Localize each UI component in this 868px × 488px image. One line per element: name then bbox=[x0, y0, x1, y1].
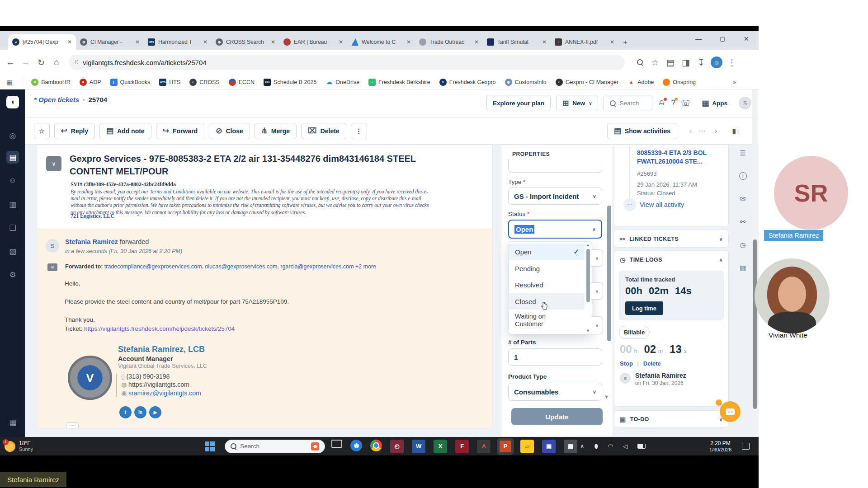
panel-scroll-down-icon[interactable]: ▼ bbox=[604, 394, 609, 399]
bookmark[interactable]: ECCN bbox=[229, 79, 255, 86]
extension-icon[interactable]: ◨ bbox=[678, 57, 693, 68]
sidebar-reports-icon[interactable]: ▧ bbox=[6, 245, 19, 258]
tab-close-icon[interactable]: ✕ bbox=[474, 39, 479, 45]
word-app-icon[interactable]: W bbox=[412, 440, 425, 453]
acrobat-app-icon[interactable]: A bbox=[477, 440, 491, 453]
quoted-text-expander[interactable]: ⋯ bbox=[66, 422, 79, 429]
sidebar-admin-icon[interactable]: ⚙ bbox=[6, 268, 19, 281]
merge-button[interactable]: ⋔Merge bbox=[255, 123, 297, 139]
new-tab-button[interactable]: + bbox=[618, 38, 632, 47]
sidebar-apps-grid-icon[interactable]: ▦ bbox=[6, 416, 19, 428]
home-icon[interactable]: ⌂ bbox=[49, 57, 64, 67]
wifi-icon[interactable]: ◠ bbox=[608, 443, 613, 450]
sender-name[interactable]: Stefania Ramirez bbox=[65, 238, 118, 245]
clock-app-icon[interactable]: ◴ bbox=[390, 440, 404, 453]
log-time-button[interactable]: Log time bbox=[625, 301, 663, 315]
bookmark[interactable]: ◖Freshdesk Berkshire bbox=[368, 79, 430, 86]
add-note-button[interactable]: ▤Add note bbox=[99, 123, 151, 139]
address-bar[interactable]: ⁞⁚ vigilantgts.freshdesk.com/a/tickets/2… bbox=[69, 55, 625, 70]
tab-close-icon[interactable]: ✕ bbox=[203, 39, 208, 45]
ticket-url-link[interactable]: https://vigilantgts.freshdesk.com/helpde… bbox=[84, 325, 235, 332]
prev-ticket-icon[interactable]: ‹ bbox=[689, 127, 692, 135]
show-activities-button[interactable]: ▤Show activities bbox=[607, 123, 677, 139]
volume-icon[interactable]: ◁ bbox=[623, 443, 627, 450]
calculator-app-icon[interactable]: ▦ bbox=[564, 440, 577, 453]
back-icon[interactable]: ← bbox=[3, 57, 18, 67]
tab-close-icon[interactable]: ✕ bbox=[135, 39, 140, 45]
help-icon[interactable]: ? bbox=[671, 99, 675, 108]
twitter-icon[interactable]: t bbox=[119, 406, 132, 418]
global-search-input[interactable]: Search bbox=[604, 95, 652, 111]
excel-app-icon[interactable]: X bbox=[434, 440, 447, 453]
browser-tab[interactable]: Tariff Simulat ✕ bbox=[483, 34, 551, 50]
delete-button[interactable]: ⌧Delete bbox=[301, 123, 346, 139]
chrome-app-icon[interactable] bbox=[370, 440, 382, 451]
explore-plan-button[interactable]: Explore your plan bbox=[486, 95, 551, 111]
linked-ticket-link[interactable]: 8085339-4 ETA 2/3 BOL FWATL2610004 STE..… bbox=[637, 149, 721, 166]
action-center-icon[interactable] bbox=[742, 443, 750, 450]
view-all-activity-link[interactable]: View all activity bbox=[640, 201, 684, 208]
reply-button[interactable]: ↩Reply bbox=[54, 123, 95, 139]
status-select[interactable]: Open ∧ bbox=[508, 220, 602, 239]
status-option-waiting[interactable]: Waiting on Customer bbox=[509, 310, 567, 330]
activity-more-icon[interactable]: ⋯ bbox=[623, 198, 636, 211]
sidebar-solutions-icon[interactable]: ▥ bbox=[6, 198, 19, 211]
window-minimize-button[interactable]: — bbox=[695, 35, 702, 42]
start-button[interactable] bbox=[205, 441, 215, 451]
linked-tickets-card[interactable]: ⚯LINKED TICKETS∨ bbox=[614, 230, 729, 248]
microphone-icon[interactable]: ⬮ bbox=[594, 443, 598, 450]
page-scrollbar-thumb[interactable] bbox=[753, 239, 757, 409]
teams-app-icon[interactable]: ◉ bbox=[350, 440, 362, 451]
scroll-down-icon[interactable]: ▼ bbox=[586, 328, 590, 333]
bookmark[interactable]: ◍CustomsInfo bbox=[505, 79, 547, 86]
product-type-select[interactable]: Consumables∨ bbox=[508, 383, 602, 401]
more-actions-button[interactable]: ⋮ bbox=[351, 123, 367, 139]
paint-app-icon[interactable]: ▣ bbox=[542, 440, 556, 453]
search-tab-icon[interactable] bbox=[632, 57, 647, 67]
dropdown-scrollbar[interactable] bbox=[586, 249, 590, 302]
collapse-email-icon[interactable]: ∨ bbox=[46, 156, 61, 171]
browser-tab[interactable]: HTS Harmonized T ✕ bbox=[144, 34, 212, 50]
notifications-bell-icon[interactable]: 🕭 bbox=[658, 99, 665, 108]
bookmark[interactable]: ❙QuickBooks bbox=[110, 79, 151, 86]
next-ticket-icon[interactable]: › bbox=[715, 127, 717, 135]
download-icon[interactable]: ↧ bbox=[693, 57, 709, 68]
todo-card[interactable]: ▣TO-DO∨ bbox=[614, 410, 729, 427]
info-icon[interactable]: i bbox=[739, 172, 747, 180]
email-icon[interactable]: ✉ bbox=[740, 195, 746, 203]
tab-close-icon[interactable]: ✕ bbox=[271, 39, 275, 45]
browser-tab[interactable]: ⊕ CROSS Search ✕ bbox=[212, 34, 279, 50]
tab-close-icon[interactable]: ✕ bbox=[67, 39, 72, 45]
breadcrumb-open-tickets[interactable]: * Open tickets bbox=[34, 96, 79, 103]
window-close-button[interactable]: ✕ bbox=[744, 35, 749, 42]
apps-grid-icon[interactable]: ▦ bbox=[6, 78, 13, 86]
forward-icon[interactable]: → bbox=[18, 57, 33, 67]
freshdesk-logo[interactable]: ◖ bbox=[6, 96, 19, 108]
status-option-open[interactable]: Open ✓ bbox=[509, 244, 585, 260]
feedback-icon[interactable]: ☏ bbox=[681, 99, 690, 108]
tab-close-icon[interactable]: ✕ bbox=[542, 39, 547, 45]
bookmark[interactable]: HTSHTS bbox=[159, 79, 180, 86]
link-rail-icon[interactable]: ⚯ bbox=[740, 218, 746, 226]
status-option-pending[interactable]: Pending bbox=[509, 261, 585, 276]
signature-email[interactable]: ◉ sramirez@vigilantgts.com bbox=[121, 389, 201, 397]
youtube-icon[interactable]: ▶ bbox=[149, 406, 161, 418]
profile-avatar[interactable]: ☺ bbox=[711, 56, 722, 68]
bookmark[interactable]: vFreshdesk Gexpro bbox=[439, 79, 496, 86]
user-avatar[interactable]: S bbox=[739, 97, 751, 109]
browser-menu-icon[interactable]: ⋮ bbox=[724, 57, 740, 68]
panel-scrollbar[interactable] bbox=[607, 206, 611, 341]
billable-badge[interactable]: Billable bbox=[619, 326, 650, 339]
forward-button[interactable]: ↪Forward bbox=[156, 123, 204, 139]
bookmarks-overflow-icon[interactable]: » bbox=[733, 79, 736, 85]
linkedin-icon[interactable]: in bbox=[134, 406, 146, 418]
taskbar-search[interactable]: Search bbox=[225, 440, 325, 453]
update-button[interactable]: Update bbox=[511, 408, 603, 425]
status-option-closed[interactable]: Closed bbox=[509, 293, 585, 310]
bookmark-star-icon[interactable]: ☆ bbox=[647, 57, 663, 68]
bookmark[interactable]: ◐CROSS bbox=[189, 79, 219, 86]
stop-link[interactable]: Stop bbox=[620, 360, 633, 367]
site-info-icon[interactable]: ⁞⁚ bbox=[75, 59, 78, 66]
bookmark[interactable]: bBambooHR bbox=[31, 79, 71, 86]
tab-close-icon[interactable]: ✕ bbox=[339, 39, 343, 45]
